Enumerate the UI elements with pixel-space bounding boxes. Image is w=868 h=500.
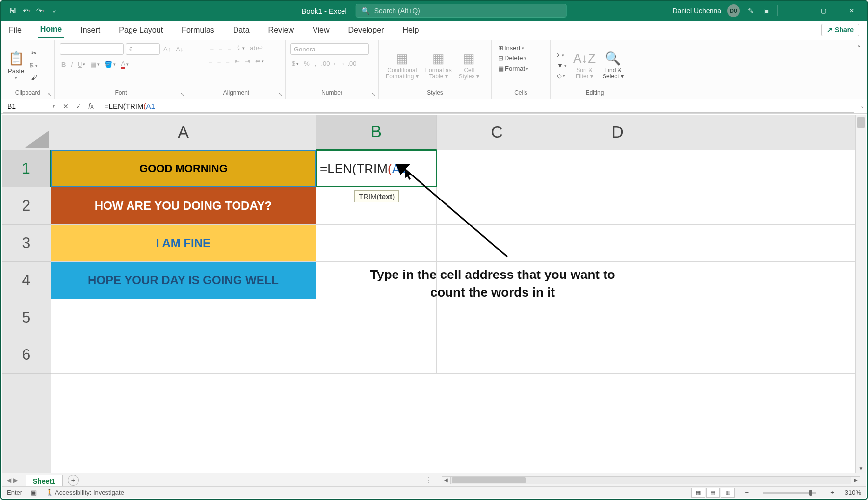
italic-button[interactable]: I — [69, 60, 74, 69]
clear-button[interactable]: ◇ ▾ — [555, 71, 567, 80]
normal-view-button[interactable]: ▦ — [691, 488, 705, 498]
add-sheet-button[interactable]: + — [68, 475, 79, 486]
col-header-pad[interactable] — [678, 115, 855, 150]
cell-C5[interactable] — [437, 299, 557, 336]
col-header-A[interactable]: A — [51, 115, 316, 150]
cell-D3[interactable] — [557, 225, 678, 262]
page-layout-view-button[interactable]: ▤ — [706, 488, 720, 498]
expand-formula-bar-icon[interactable]: ⌄ — [857, 103, 867, 109]
tab-file[interactable]: File — [7, 23, 24, 38]
cell-C3[interactable] — [437, 225, 557, 262]
macro-record-icon[interactable]: ▣ — [31, 489, 37, 496]
decrease-font-icon[interactable]: A↓ — [174, 45, 184, 54]
tab-review[interactable]: Review — [266, 23, 296, 38]
autosum-button[interactable]: Σ ▾ — [555, 50, 566, 60]
cell-pad[interactable] — [678, 225, 855, 262]
tab-data[interactable]: Data — [231, 23, 252, 38]
fx-icon[interactable]: fx — [85, 102, 97, 110]
horizontal-scrollbar[interactable]: ◀ ▶ — [442, 476, 860, 484]
cell-D2[interactable] — [557, 187, 678, 225]
chevron-down-icon[interactable]: ▾ — [53, 103, 55, 109]
tab-formulas[interactable]: Formulas — [180, 23, 216, 38]
share-button[interactable]: ↗ Share — [821, 24, 859, 36]
cell-pad[interactable] — [678, 262, 855, 299]
align-left-icon[interactable]: ≡ — [207, 56, 214, 66]
col-header-D[interactable]: D — [557, 115, 678, 150]
cell-A4[interactable]: HOPE YOUR DAY IS GOING WELL — [51, 262, 316, 299]
tab-page-layout[interactable]: Page Layout — [117, 23, 165, 38]
cell-A5[interactable] — [51, 299, 316, 336]
cell-A6[interactable] — [51, 336, 316, 374]
sheet-tab-sheet1[interactable]: Sheet1 — [26, 475, 63, 487]
align-right-icon[interactable]: ≡ — [224, 56, 231, 66]
align-center-icon[interactable]: ≡ — [216, 56, 223, 66]
row-header-3[interactable]: 3 — [2, 225, 51, 262]
paste-button[interactable]: 📋 Paste ▾ — [6, 50, 26, 81]
select-all-corner[interactable] — [2, 115, 51, 150]
user-name[interactable]: Daniel Uchenna — [672, 7, 721, 15]
number-format-dropdown[interactable]: General — [290, 43, 369, 55]
scroll-thumb[interactable] — [857, 117, 865, 128]
accessibility-status[interactable]: 🚶 Accessibility: Investigate — [46, 489, 124, 496]
hscroll-thumb[interactable] — [452, 477, 526, 483]
delete-cells-button[interactable]: ⊟ Delete ▾ — [497, 53, 528, 63]
tab-home[interactable]: Home — [38, 22, 64, 38]
name-box[interactable]: B1 ▾ — [3, 100, 57, 113]
cell-A1[interactable]: GOOD MORNING — [51, 150, 316, 187]
tab-insert[interactable]: Insert — [79, 23, 102, 38]
increase-decimal-icon[interactable]: .00→ — [319, 59, 338, 68]
redo-icon[interactable]: ↷▾ — [35, 6, 45, 16]
dialog-launcher-icon[interactable]: ⤡ — [180, 92, 184, 97]
cell-D5[interactable] — [557, 299, 678, 336]
insert-cells-button[interactable]: ⊞ Insert ▾ — [497, 43, 526, 52]
cell-C2[interactable] — [437, 187, 557, 225]
copy-button[interactable]: ⎘▾ — [29, 61, 39, 70]
fill-color-button[interactable]: 🪣▾ — [103, 60, 117, 69]
row-header-5[interactable]: 5 — [2, 299, 51, 336]
zoom-level[interactable]: 310% — [845, 489, 861, 496]
close-button[interactable]: ✕ — [841, 1, 863, 21]
scroll-right-icon[interactable]: ▶ — [851, 477, 860, 484]
comma-format-icon[interactable]: , — [313, 59, 318, 68]
zoom-in-button[interactable]: + — [828, 489, 836, 496]
cell-pad[interactable] — [678, 299, 855, 336]
align-bottom-icon[interactable]: ≡ — [226, 43, 233, 52]
search-box[interactable]: 🔍 Search (Alt+Q) — [356, 4, 567, 18]
sheet-prev-icon[interactable]: ◀ — [7, 477, 11, 484]
row-header-1[interactable]: 1 — [2, 150, 51, 187]
format-painter-button[interactable]: 🖌 — [29, 73, 39, 82]
enter-formula-icon[interactable]: ✓ — [73, 102, 84, 110]
cell-B3[interactable] — [316, 225, 437, 262]
cell-A2[interactable]: HOW ARE YOU DOING TODAY? — [51, 187, 316, 225]
tab-help[interactable]: Help — [400, 23, 421, 38]
font-size-dropdown[interactable]: 6 — [126, 43, 160, 55]
row-header-6[interactable]: 6 — [2, 336, 51, 374]
cell-C1[interactable] — [437, 150, 557, 187]
cell-A3[interactable]: I AM FINE — [51, 225, 316, 262]
borders-button[interactable]: ▦▾ — [89, 60, 101, 69]
cell-B6[interactable] — [316, 336, 437, 374]
page-break-view-button[interactable]: ▥ — [721, 488, 735, 498]
row-header-4[interactable]: 4 — [2, 262, 51, 299]
save-icon[interactable]: 🖫 — [8, 6, 18, 16]
scroll-down-icon[interactable]: ▼ — [856, 464, 866, 473]
cell-D1[interactable] — [557, 150, 678, 187]
cell-C6[interactable] — [437, 336, 557, 374]
cell-B2[interactable] — [316, 187, 437, 225]
tab-splitter[interactable]: ⋮ — [422, 475, 436, 485]
scroll-left-icon[interactable]: ◀ — [442, 477, 451, 484]
percent-format-icon[interactable]: % — [302, 59, 311, 68]
pen-icon[interactable]: ✎ — [746, 6, 756, 16]
collapse-ribbon-icon[interactable]: ˄ — [856, 43, 862, 52]
qa-overflow-icon[interactable]: ▿ — [49, 6, 59, 16]
underline-button[interactable]: U▾ — [76, 60, 87, 69]
vertical-scrollbar[interactable]: ▲ ▼ — [855, 115, 866, 473]
zoom-thumb[interactable] — [809, 490, 812, 496]
align-top-icon[interactable]: ≡ — [209, 43, 215, 52]
formula-input[interactable]: =LEN(TRIM(A1 — [100, 100, 854, 113]
increase-indent-icon[interactable]: ⇥ — [243, 56, 252, 66]
merge-center-icon[interactable]: ⬌▾ — [254, 56, 265, 66]
minimize-button[interactable]: — — [784, 1, 806, 21]
cell-pad[interactable] — [678, 187, 855, 225]
dialog-launcher-icon[interactable]: ⤡ — [48, 92, 52, 97]
